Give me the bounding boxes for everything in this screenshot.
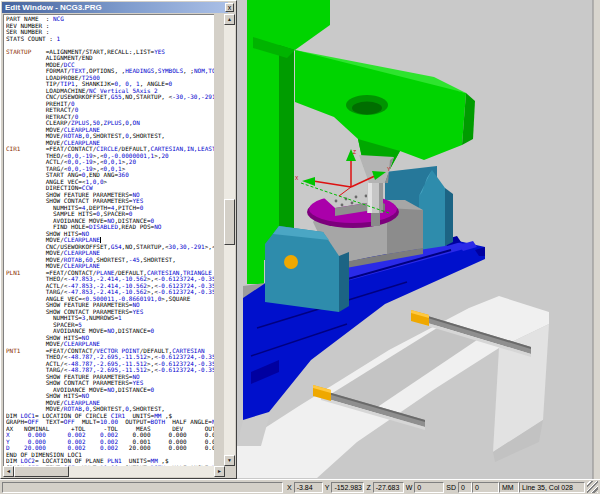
units-indicator: MM xyxy=(499,482,519,493)
scroll-up-icon[interactable]: ▲ xyxy=(224,14,235,25)
sd-value: 0 xyxy=(458,482,472,493)
y-coord-label: Y xyxy=(323,484,332,491)
machine-3d-view[interactable]: Z X Y xyxy=(237,0,600,479)
status-bar: X -3.84 Y -152.983 Z -27.683 W 0 SD 0 0 … xyxy=(0,479,600,494)
close-icon[interactable]: x xyxy=(225,3,234,12)
y-coord-value: -152.983 xyxy=(331,482,364,493)
horizontal-scrollbar-thumb[interactable] xyxy=(14,466,69,477)
status-message-field xyxy=(2,482,283,493)
w-coord-value: 0 xyxy=(414,482,444,493)
viewport-right-edge xyxy=(593,0,600,479)
code-area[interactable]: PART NAME : NCGREV NUMBER : SER NUMBER :… xyxy=(4,15,214,466)
vertical-scrollbar-thumb[interactable] xyxy=(224,199,235,245)
w-coord-label: W xyxy=(404,484,415,491)
z-coord-label: Z xyxy=(364,484,372,491)
edit-window-title: Edit Window - NCG3.PRG xyxy=(5,3,102,12)
text-caret xyxy=(100,237,101,243)
z-axis-label: Z xyxy=(353,149,356,155)
scroll-right-icon[interactable]: ► xyxy=(214,466,225,477)
sd-label: SD xyxy=(444,484,458,491)
z-coord-value: -27.683 xyxy=(373,482,404,493)
vertical-scrollbar[interactable]: ▲ ▼ xyxy=(224,14,235,466)
scroll-left-icon[interactable]: ◄ xyxy=(3,466,14,477)
pivot-dot xyxy=(284,255,298,269)
edit-window-titlebar[interactable]: Edit Window - NCG3.PRG xyxy=(2,2,228,13)
cursor-position: Line 35, Col 028 xyxy=(519,482,585,493)
probe-tip xyxy=(371,213,380,226)
x-coord-value: -3.84 xyxy=(294,482,323,493)
graphics-viewport[interactable]: Z X Y xyxy=(237,0,600,479)
scroll-down-icon[interactable]: ▼ xyxy=(224,455,235,466)
x-coord-label: X xyxy=(285,484,294,491)
resize-grip[interactable] xyxy=(587,481,598,493)
program-text-area[interactable]: PART NAME : NCGREV NUMBER : SER NUMBER :… xyxy=(3,14,214,466)
horizontal-scrollbar[interactable]: ◄ ► xyxy=(3,466,225,477)
edit-window: Edit Window - NCG3.PRG x PART NAME : NCG… xyxy=(0,0,237,479)
extra-value: 0 xyxy=(472,482,499,493)
